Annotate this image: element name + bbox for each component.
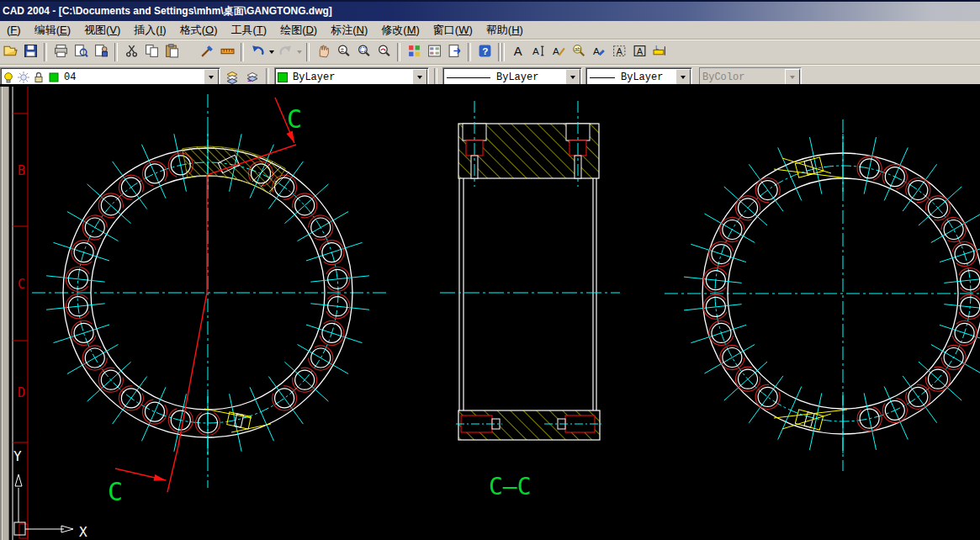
layer-name: 04 [61, 71, 203, 83]
menu-item-5[interactable]: 工具(T) [224, 21, 273, 40]
menu-item-3[interactable]: 插入(I) [127, 21, 172, 40]
justify-button[interactable]: A [630, 43, 649, 61]
toolbar-separator [501, 43, 505, 61]
find-icon: ab [572, 44, 586, 61]
layer-combo-arrow[interactable] [204, 69, 219, 86]
color-value: ByLayer [290, 71, 411, 83]
properties-icon [407, 44, 421, 61]
toolbar-separator [468, 43, 471, 61]
copy-button[interactable] [142, 43, 161, 61]
svg-text:D: D [18, 385, 25, 400]
svg-text:L: L [655, 44, 659, 50]
toolbar-separator [241, 43, 244, 61]
border-frame: BCD [13, 87, 28, 540]
style-icon: A [592, 44, 607, 61]
cut-icon [124, 44, 139, 61]
menu-item-1[interactable]: 编辑(E) [28, 21, 77, 40]
edittext-button[interactable]: A [549, 43, 568, 61]
print-button[interactable] [51, 43, 70, 61]
plotstyle-combo-arrow [785, 69, 800, 86]
print-icon [54, 44, 68, 61]
dtext-button[interactable]: A [529, 43, 548, 61]
layer-lock-icon [32, 71, 45, 84]
standard-toolbar-buttons: ±? [0, 43, 495, 61]
drawing-canvas[interactable]: BCDCCC—CXY [0, 84, 980, 540]
svg-text:±: ± [340, 45, 344, 53]
undo-dropdown-button[interactable] [268, 43, 275, 61]
menu-item-0[interactable]: (F) [0, 22, 28, 38]
pan-button[interactable] [314, 43, 332, 61]
key-feature [227, 412, 252, 429]
dropdown-arrow-icon [297, 50, 302, 54]
menu-item-6[interactable]: 绘图(D) [273, 21, 324, 40]
redo-dropdown-button[interactable] [295, 43, 303, 61]
convert-button[interactable]: L [650, 43, 669, 61]
left-ring-view [32, 94, 389, 488]
svg-text:A: A [616, 45, 622, 56]
zoom-window-icon [357, 44, 371, 61]
mtext-button[interactable]: A [509, 43, 527, 61]
menu-item-9[interactable]: 窗口(W) [426, 21, 479, 40]
open-button[interactable] [1, 43, 19, 61]
linetype-sample [447, 77, 490, 78]
menu-item-4[interactable]: 格式(O) [173, 21, 225, 40]
section-view [440, 101, 620, 440]
save-button[interactable] [21, 43, 40, 61]
ucs-icon: XY [13, 448, 87, 540]
drawing-area[interactable]: BCDCCC—CXY [0, 84, 980, 540]
style-button[interactable]: A [590, 43, 608, 61]
matchprop-button[interactable] [198, 43, 216, 61]
matchruler-button[interactable] [218, 43, 236, 61]
svg-text:C: C [18, 277, 25, 292]
scaletext-button[interactable]: A [610, 43, 628, 61]
svg-text:A: A [513, 44, 522, 57]
help-button[interactable]: ? [475, 43, 494, 61]
svg-text:A: A [532, 45, 539, 56]
color-combo-arrow[interactable] [412, 69, 427, 86]
redo-button[interactable] [276, 43, 294, 61]
preview-button[interactable] [72, 43, 90, 61]
section-label-0: C [287, 104, 302, 134]
ucs-x-label: X [79, 524, 87, 540]
standard-toolbar: ±? AAAabAAAL [0, 40, 980, 65]
zoom-window-button[interactable] [354, 43, 373, 61]
zoom-realtime-icon: ± [336, 44, 351, 61]
linetype-combo-arrow[interactable] [565, 69, 580, 86]
undo-button[interactable] [248, 43, 267, 61]
toolbar-separator [306, 43, 310, 61]
designcenter-button[interactable] [425, 43, 443, 61]
dtext-icon: A [532, 44, 546, 61]
menu-item-7[interactable]: 标注(N) [324, 21, 374, 40]
find-button[interactable]: ab [569, 43, 588, 61]
sheetset-button[interactable] [445, 43, 464, 61]
menu-item-8[interactable]: 修改(M) [374, 21, 426, 40]
section-label-1: C [108, 477, 123, 506]
publish-button[interactable] [92, 43, 110, 61]
menu-item-2[interactable]: 视图(V) [77, 21, 127, 40]
layer-status-icons [1, 71, 61, 84]
help-icon: ? [478, 44, 492, 61]
convert-icon: L [653, 44, 667, 61]
svg-text:B: B [18, 163, 25, 178]
paste-icon [165, 44, 179, 61]
right-ring-view [665, 119, 980, 471]
zoom-previous-button[interactable] [374, 43, 393, 61]
cut-button[interactable] [122, 43, 140, 61]
scaletext-icon: A [612, 44, 627, 61]
properties-button[interactable] [405, 43, 423, 61]
matchruler-icon [220, 44, 235, 61]
dock-edge-strip [0, 87, 9, 540]
lineweight-value: ByLayer [618, 71, 675, 83]
svg-text:ab: ab [574, 45, 580, 51]
publish-icon [94, 44, 109, 61]
menu-item-10[interactable]: 帮助(H) [479, 21, 530, 40]
zoom-previous-icon [377, 44, 391, 61]
paste-button[interactable] [162, 43, 181, 61]
title-bar: CAD 2004 - [C:\Documents and Settings\mh… [0, 0, 980, 21]
lineweight-combo-arrow[interactable] [675, 69, 691, 86]
section-label-2: C—C [489, 473, 532, 500]
edittext-icon: A [552, 44, 566, 61]
layer-sun-icon [17, 71, 30, 84]
zoom-realtime-button[interactable]: ± [334, 43, 352, 61]
designcenter-icon [427, 44, 442, 61]
